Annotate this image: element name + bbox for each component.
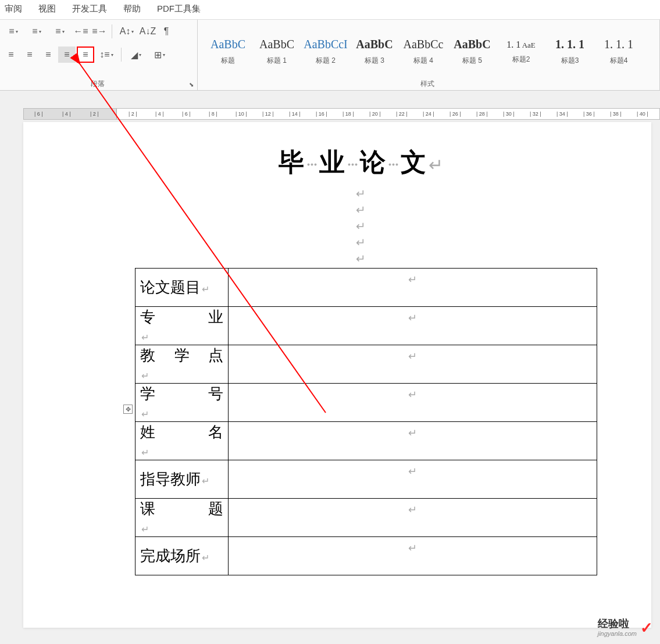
bullets-button[interactable]: ≡▾ — [2, 23, 24, 40]
table-label-cell[interactable]: 完成场所↵ — [135, 537, 229, 575]
table-row: 学号↵↵ — [135, 384, 597, 422]
justify-button[interactable]: ≡ — [58, 46, 76, 63]
ruler-tick: | 6 | — [182, 111, 191, 117]
table-value-cell[interactable]: ↵ — [229, 307, 597, 345]
style-item-4[interactable]: AaBbCc标题 4 — [399, 27, 448, 77]
ruler-tick: | 14 | — [289, 111, 301, 117]
menu-devtools[interactable]: 开发工具 — [72, 3, 107, 15]
ruler-tick: | 6 | — [34, 111, 43, 117]
shading-button[interactable]: ◢▾ — [125, 46, 147, 63]
paragraph-mark-icon: ↵ — [202, 476, 209, 486]
chevron-down-icon: ▾ — [62, 29, 65, 34]
ruler-tick: | 30 | — [503, 111, 515, 117]
table-value-cell[interactable]: ↵ — [229, 499, 597, 537]
style-item-2[interactable]: AaBbCcI标题 2 — [301, 27, 350, 77]
menu-help[interactable]: 帮助 — [123, 3, 141, 15]
table-label-cell[interactable]: 教学点↵ — [135, 345, 229, 384]
align-left-button[interactable]: ≡ — [2, 46, 20, 63]
document-title: 毕 ··· 业 ··· 论 ··· 文 ↵ — [110, 145, 611, 180]
sort-button[interactable]: A↓Z — [139, 23, 156, 40]
paragraph-mark-icon: ↵ — [141, 524, 149, 534]
ruler-tick: | 28 | — [476, 111, 488, 117]
increase-indent-button[interactable]: ≡→ — [91, 23, 108, 40]
paragraph-mark-icon: ↵ — [408, 503, 417, 516]
document-page[interactable]: 毕 ··· 业 ··· 论 ··· 文 ↵ ↵ ↵ ↵ ↵ ↵ ✥ 论文题目↵↵… — [23, 122, 651, 628]
table-label-cell[interactable]: 专业↵ — [135, 307, 229, 345]
multilevel-button[interactable]: ≡▾ — [49, 23, 71, 40]
menu-review[interactable]: 审阅 — [5, 3, 22, 15]
check-icon: ✓ — [640, 619, 653, 637]
style-preview: 1. 1. 1 — [604, 38, 633, 51]
ruler-tick: | 8 | — [209, 111, 217, 117]
horizontal-ruler[interactable]: | 6 || 4 || 2 || 2 || 4 || 6 || 8 || 10 … — [23, 108, 660, 120]
info-table: 论文题目↵↵专业↵↵教学点↵↵学号↵↵姓名↵↵指导教师↵↵课题↵↵完成场所↵↵ — [135, 268, 597, 575]
chevron-down-icon: ▾ — [139, 52, 141, 58]
table-value-cell[interactable]: ↵ — [229, 345, 597, 384]
chevron-down-icon: ▾ — [39, 29, 41, 34]
ruler-tick: | 40 | — [637, 111, 648, 117]
ruler-tick: | 24 | — [423, 111, 434, 117]
table-row: 课题↵↵ — [135, 499, 597, 537]
table-move-handle[interactable]: ✥ — [123, 405, 133, 414]
paragraph-mark-icon: ↵ — [202, 553, 209, 563]
style-item-8[interactable]: 1. 1. 1标题4 — [594, 27, 643, 77]
table-row: 指导教师↵↵ — [135, 460, 597, 499]
ruler-tick: | 10 | — [236, 111, 247, 117]
paragraph-mark-icon: ↵ — [141, 371, 149, 381]
style-preview: AaBbC — [454, 38, 490, 51]
style-item-6[interactable]: 1. 1 AaE标题2 — [497, 27, 545, 77]
table-row: 论文题目↵↵ — [135, 269, 597, 307]
watermark-en: jingyanla.com — [598, 630, 637, 637]
paragraph-mark-icon: ↵ — [408, 350, 417, 363]
paragraph-mark-icon: ↵ — [408, 542, 417, 554]
table-label-cell[interactable]: 姓名↵ — [135, 422, 229, 460]
style-name: 标题4 — [610, 56, 628, 66]
menu-pdftools[interactable]: PDF工具集 — [157, 3, 201, 15]
style-preview: AaBbC — [211, 38, 245, 51]
ruler-tick: | 2 | — [90, 111, 99, 117]
style-item-1[interactable]: AaBbC标题 1 — [252, 27, 301, 77]
show-marks-button[interactable]: ¶ — [158, 23, 175, 40]
table-value-cell[interactable]: ↵ — [229, 269, 597, 307]
paragraph-dialog-launcher[interactable]: ⬊ — [189, 81, 194, 88]
table-value-cell[interactable]: ↵ — [229, 537, 597, 575]
table-label-cell[interactable]: 论文题目↵ — [135, 269, 229, 307]
char-scale-button[interactable]: A↕▾ — [116, 23, 138, 40]
numbering-button[interactable]: ≡▾ — [26, 23, 48, 40]
style-preview: AaBbC — [356, 38, 393, 51]
watermark: 经验啦 jingyanla.com ✓ — [598, 618, 653, 637]
dots-icon: ··· — [306, 154, 317, 176]
paragraph-mark-icon: ↵ — [110, 218, 611, 234]
distribute-button[interactable]: ≡ — [77, 46, 94, 63]
paragraph-row-1: ≡▾ ≡▾ ≡▾ ←≡ ≡→ A↕▾ A↓Z ¶ — [2, 23, 192, 40]
paragraph-mark-icon: ↵ — [110, 185, 611, 202]
line-spacing-button[interactable]: ↕≡▾ — [95, 46, 117, 63]
table-label-cell[interactable]: 课题↵ — [135, 499, 229, 537]
style-name: 标题 2 — [316, 56, 336, 66]
table-value-cell[interactable]: ↵ — [229, 384, 597, 422]
style-item-5[interactable]: AaBbC标题 5 — [448, 27, 497, 77]
paragraph-mark-icon: ↵ — [110, 202, 611, 218]
align-center-button[interactable]: ≡ — [21, 46, 38, 63]
ruler-tick: | 18 | — [343, 111, 354, 117]
menu-bar: 审阅 视图 开发工具 帮助 PDF工具集 — [0, 0, 660, 20]
align-right-button[interactable]: ≡ — [40, 46, 57, 63]
table-value-cell[interactable]: ↵ — [229, 422, 597, 460]
table-value-cell[interactable]: ↵ — [229, 460, 597, 499]
paragraph-mark-icon: ↵ — [408, 465, 417, 478]
style-item-7[interactable]: 1. 1. 1标题3 — [545, 27, 594, 77]
style-name: 标题 — [221, 56, 235, 66]
borders-button[interactable]: ⊞▾ — [148, 46, 170, 63]
table-label-cell[interactable]: 学号↵ — [135, 384, 229, 422]
style-item-0[interactable]: AaBbC标题 — [204, 27, 252, 77]
decrease-indent-button[interactable]: ←≡ — [72, 23, 90, 40]
paragraph-mark-icon: ↵ — [141, 409, 149, 419]
style-item-3[interactable]: AaBbC标题 3 — [350, 27, 399, 77]
style-preview: AaBbCc — [404, 38, 444, 51]
table-label-cell[interactable]: 指导教师↵ — [135, 460, 229, 499]
styles-gallery: AaBbC标题AaBbC标题 1AaBbCcI标题 2AaBbC标题 3AaBb… — [200, 23, 655, 77]
menu-view[interactable]: 视图 — [38, 3, 56, 15]
ruler-tick: | 2 | — [129, 111, 137, 117]
ruler-tick: | 26 | — [449, 111, 461, 117]
ruler-tick: | 22 | — [396, 111, 408, 117]
